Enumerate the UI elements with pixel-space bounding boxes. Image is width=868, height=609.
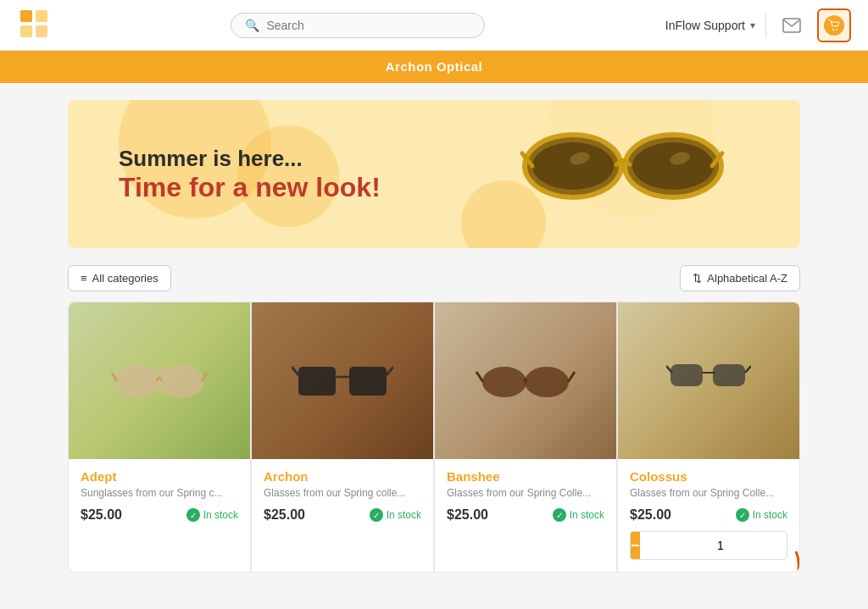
product-grid: AdeptSunglasses from our Spring c...$25.… (68, 302, 800, 573)
user-menu[interactable]: InFlow Support ▾ (665, 19, 755, 32)
product-card-archon[interactable]: ArchonGlasses from our Spring colle...$2… (251, 302, 434, 573)
svg-point-12 (532, 142, 614, 190)
in-stock-badge-banshee: ✓In stock (553, 508, 604, 522)
in-stock-icon-banshee: ✓ (553, 508, 566, 522)
svg-point-5 (832, 29, 834, 30)
svg-line-33 (745, 366, 751, 373)
sort-icon: ⇅ (693, 272, 702, 285)
product-price-archon: $25.00 (264, 507, 305, 523)
header-right: InFlow Support ▾ (665, 8, 851, 42)
store-name: Archon Optical (386, 59, 483, 74)
product-name-adept: Adept (81, 469, 238, 484)
in-stock-badge-archon: ✓In stock (370, 508, 421, 522)
product-image-banshee (435, 302, 616, 459)
mail-icon[interactable] (776, 10, 807, 41)
product-description-colossus: Glasses from our Spring Colle... (630, 487, 787, 499)
product-image-adept (69, 302, 250, 459)
chevron-down-icon: ▾ (750, 19, 755, 31)
store-banner: Archon Optical (0, 51, 868, 83)
search-input[interactable] (266, 19, 470, 32)
product-price-adept: $25.00 (81, 507, 122, 523)
svg-rect-31 (713, 364, 745, 386)
category-filter-button[interactable]: ≡ All categories (68, 265, 171, 291)
svg-rect-22 (349, 367, 387, 396)
product-description-archon: Glasses from our Spring colle... (264, 487, 421, 499)
search-bar[interactable]: 🔍 (231, 13, 485, 38)
product-card-colossus[interactable]: ColossusGlasses from our Spring Colle...… (617, 302, 800, 573)
quantity-controls-colossus: −+ (630, 531, 787, 560)
in-stock-icon-archon: ✓ (370, 508, 383, 522)
svg-point-17 (114, 364, 162, 398)
product-price-colossus: $25.00 (630, 507, 671, 523)
controls-row: ≡ All categories ⇅ Alphabetical A-Z (68, 265, 800, 291)
quantity-decrease-button-colossus[interactable]: − (631, 532, 640, 559)
svg-rect-1 (36, 10, 47, 22)
in-stock-badge-adept: ✓In stock (186, 508, 238, 522)
sort-button[interactable]: ⇅ Alphabetical A-Z (680, 265, 800, 291)
svg-point-27 (525, 367, 569, 397)
hero-text: Summer is here... Time for a new look! (119, 146, 381, 203)
category-label: All categories (92, 272, 159, 285)
product-name-banshee: Banshee (447, 469, 604, 484)
logo[interactable] (17, 7, 51, 44)
header: 🔍 InFlow Support ▾ (0, 0, 868, 51)
svg-point-9 (632, 142, 714, 190)
product-price-banshee: $25.00 (447, 507, 488, 523)
product-description-adept: Sunglasses from our Spring c... (81, 487, 238, 499)
in-stock-icon-colossus: ✓ (736, 508, 749, 522)
svg-rect-30 (670, 364, 703, 386)
product-description-banshee: Glasses from our Spring Colle... (447, 487, 604, 499)
svg-point-26 (482, 367, 526, 397)
sort-label: Alphabetical A-Z (707, 272, 787, 285)
hero-line2: Time for a new look! (119, 172, 381, 203)
svg-rect-2 (20, 25, 32, 37)
svg-line-28 (476, 372, 483, 382)
quantity-input-colossus[interactable] (640, 532, 787, 559)
svg-rect-21 (298, 367, 336, 396)
header-divider (765, 13, 766, 38)
product-card-adept[interactable]: AdeptSunglasses from our Spring c...$25.… (68, 302, 251, 573)
category-icon: ≡ (81, 272, 87, 285)
svg-point-18 (157, 364, 204, 398)
in-stock-badge-colossus: ✓In stock (736, 508, 787, 522)
search-icon: 🔍 (245, 19, 259, 32)
cart-icon[interactable] (817, 8, 851, 42)
product-image-colossus (618, 302, 799, 459)
cart-badge (824, 15, 844, 36)
svg-rect-4 (783, 19, 800, 32)
in-stock-icon-adept: ✓ (186, 508, 200, 522)
user-name: InFlow Support (665, 19, 745, 32)
svg-line-29 (568, 372, 575, 382)
svg-rect-0 (20, 10, 32, 22)
hero-glasses-image (512, 119, 749, 230)
svg-point-6 (836, 29, 837, 30)
hero-line1: Summer is here... (119, 146, 381, 172)
product-image-archon (252, 302, 433, 459)
hero-banner: Summer is here... Time for a new look! (68, 100, 800, 248)
product-name-colossus: Colossus (630, 469, 787, 484)
product-card-banshee[interactable]: BansheeGlasses from our Spring Colle...$… (434, 302, 617, 573)
svg-rect-3 (36, 25, 47, 37)
product-name-archon: Archon (264, 469, 421, 484)
